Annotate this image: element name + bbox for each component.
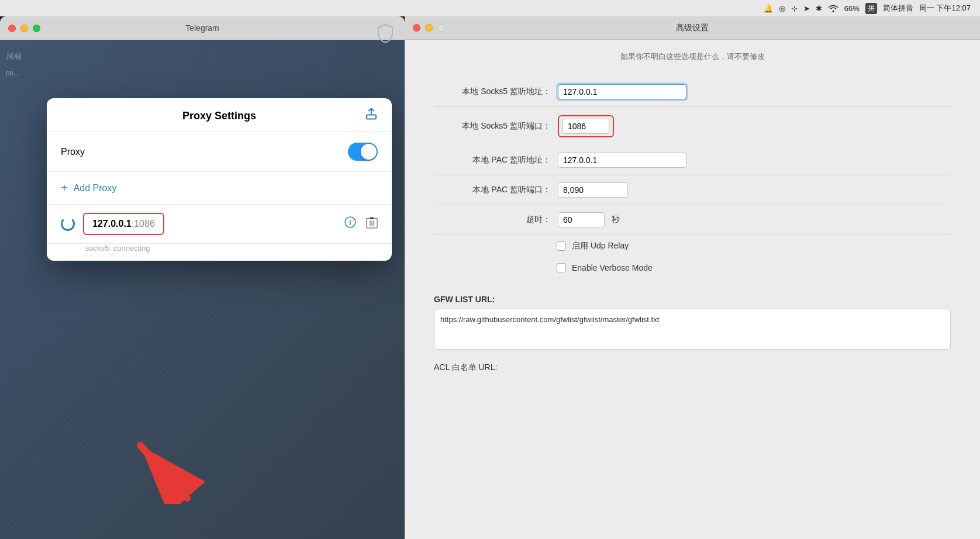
maximize-button[interactable] (33, 25, 40, 32)
add-proxy-label: Add Proxy (74, 183, 117, 194)
proxy-toggle-row: Proxy (47, 132, 392, 172)
verbose-row: Enable Verbose Mode (434, 257, 951, 278)
send-icon: ➤ (803, 4, 810, 13)
pac-port-label: 本地 PAC 监听端口： (434, 185, 551, 195)
input-method-name: 简体拼音 (883, 3, 913, 13)
proxy-export-button[interactable] (365, 107, 378, 123)
cursor-icon: ⊹ (791, 4, 798, 13)
socks5-port-highlight-box (558, 115, 614, 137)
socks5-addr-label: 本地 Socks5 监听地址： (434, 87, 551, 97)
gfw-list-textarea[interactable]: https://raw.githubusercontent.com/gfwlis… (434, 309, 951, 350)
acl-label: ACL 白名单 URL: (434, 355, 951, 375)
proxy-address-box[interactable]: 127.0.0.1:1086 (83, 213, 164, 235)
proxy-settings-modal: Proxy Settings Proxy + Add Proxy (47, 98, 392, 261)
pac-addr-label: 本地 PAC 监听地址： (434, 155, 551, 165)
telegram-titlebar: Telegram (0, 16, 405, 40)
socks5-addr-row: 本地 Socks5 监听地址： (434, 77, 951, 107)
svg-rect-0 (367, 115, 376, 119)
verbose-checkbox[interactable] (557, 263, 566, 272)
timeout-input[interactable] (558, 212, 605, 227)
settings-form: 本地 Socks5 监听地址： 本地 Socks5 监听端口： 本地 PAC 监… (434, 77, 951, 375)
proxy-delete-button[interactable] (366, 216, 378, 232)
proxy-status-text: socks5: connecting (47, 244, 392, 261)
gfw-list-label: GFW LIST URL: (434, 285, 951, 309)
proxy-connecting-spinner (61, 217, 75, 231)
verbose-label: Enable Verbose Mode (572, 263, 653, 272)
pac-port-input[interactable] (558, 182, 628, 198)
proxy-item-actions: i (344, 216, 378, 232)
proxy-toggle[interactable] (348, 143, 378, 161)
menubar: 🔔 ◎ ⊹ ➤ ✱ 66% 拼 简体拼音 周一 下午12:07 (0, 0, 980, 16)
add-proxy-icon: + (61, 181, 68, 195)
add-proxy-row[interactable]: + Add Proxy (47, 172, 392, 205)
wifi-icon (828, 4, 838, 12)
proxy-item-row: 127.0.0.1:1086 i (47, 205, 392, 244)
menubar-right: 🔔 ◎ ⊹ ➤ ✱ 66% 拼 简体拼音 周一 下午12:07 (764, 3, 971, 14)
telegram-window-buttons[interactable] (8, 25, 40, 32)
proxy-modal-header: Proxy Settings (47, 98, 392, 132)
socks5-addr-input[interactable] (558, 84, 686, 99)
proxy-label: Proxy (61, 147, 85, 157)
proxy-host: 127.0.0.1 (92, 219, 132, 229)
nav-icon: ◎ (779, 4, 785, 13)
pac-port-row: 本地 PAC 监听端口： (434, 175, 951, 205)
bluetooth-icon: ✱ (816, 4, 822, 13)
bell-icon: 🔔 (764, 4, 773, 13)
advanced-settings-window: 高级设置 如果你不明白这些选项是什么，请不要修改 本地 Socks5 监听地址：… (405, 16, 980, 539)
adv-minimize-button[interactable] (425, 24, 433, 32)
proxy-modal-title: Proxy Settings (182, 110, 256, 122)
timeout-row: 超时： 秒 (434, 205, 951, 235)
tg-bg-text-2: co... (6, 69, 19, 77)
battery-text: 66% (844, 4, 860, 13)
socks5-port-label: 本地 Socks5 监听端口： (434, 121, 551, 132)
advanced-window-title: 高级设置 (676, 23, 709, 33)
udp-relay-row: 启用 Udp Relay (434, 235, 951, 257)
socks5-port-input[interactable] (563, 119, 609, 134)
proxy-info-button[interactable]: i (344, 216, 357, 232)
warning-text: 如果你不明白这些选项是什么，请不要修改 (434, 51, 951, 62)
timeout-unit: 秒 (612, 215, 620, 225)
adv-close-button[interactable] (413, 24, 420, 32)
advanced-body: 如果你不明白这些选项是什么，请不要修改 本地 Socks5 监听地址： 本地 S… (405, 40, 980, 387)
pac-addr-input[interactable] (558, 153, 686, 168)
adv-maximize-button[interactable] (437, 24, 445, 32)
gfw-list-section: GFW LIST URL: https://raw.githubusercont… (434, 278, 951, 355)
socks5-port-row-highlighted: 本地 Socks5 监听端口： (434, 109, 951, 143)
proxy-modal-body: Proxy + Add Proxy 127.0.0.1:1086 (47, 132, 392, 261)
udp-relay-checkbox[interactable] (557, 241, 566, 251)
advanced-window-buttons[interactable] (413, 24, 445, 32)
minimize-button[interactable] (20, 25, 28, 32)
tg-bg-text-1: 局标 (6, 51, 22, 62)
udp-relay-label: 启用 Udp Relay (572, 241, 629, 251)
advanced-titlebar: 高级设置 (405, 16, 980, 40)
timeout-label: 超时： (434, 215, 551, 225)
datetime: 周一 下午12:07 (919, 3, 971, 13)
proxy-port: :1086 (132, 219, 155, 229)
close-button[interactable] (8, 25, 16, 32)
shield-icon[interactable] (377, 23, 394, 46)
input-method-icon: 拼 (865, 3, 877, 14)
proxy-address-text: 127.0.0.1:1086 (92, 219, 155, 229)
telegram-window-title: Telegram (185, 23, 219, 33)
svg-text:i: i (349, 219, 351, 227)
pac-addr-row: 本地 PAC 监听地址： (434, 146, 951, 175)
telegram-window: Telegram 局标 co... Proxy Settings Proxy (0, 16, 405, 539)
